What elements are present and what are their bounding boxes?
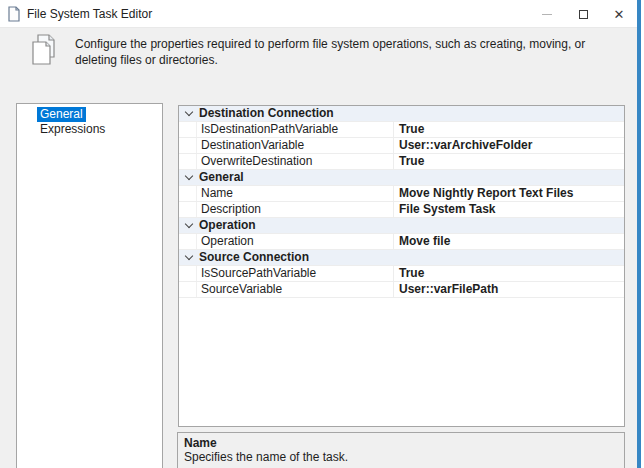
help-description: Specifies the name of the task. (184, 450, 618, 464)
category-label: General (199, 170, 244, 185)
property-row[interactable]: NameMove Nightly Report Text Files (179, 186, 624, 202)
row-indent (179, 282, 197, 297)
property-value[interactable]: True (394, 266, 624, 281)
file-system-task-editor-dialog: File System Task Editor ✕ (0, 0, 644, 468)
property-name: Name (197, 186, 394, 201)
property-name: OverwriteDestination (197, 154, 394, 169)
row-indent (179, 186, 197, 201)
title-bar[interactable]: File System Task Editor ✕ (0, 0, 637, 28)
property-name: IsSourcePathVariable (197, 266, 394, 281)
dialog-header: Configure the properties required to per… (0, 28, 637, 94)
row-indent (179, 138, 197, 153)
property-value[interactable]: User::varFilePath (394, 282, 624, 297)
property-row[interactable]: SourceVariableUser::varFilePath (179, 282, 624, 298)
chevron-down-icon[interactable] (185, 252, 193, 260)
sidebar-item-expressions[interactable]: Expressions (37, 122, 108, 137)
dialog-description: Configure the properties required to per… (75, 36, 610, 68)
row-indent (179, 234, 197, 249)
property-row[interactable]: IsDestinationPathVariableTrue (179, 122, 624, 138)
maximize-icon (579, 10, 588, 19)
documents-copy-icon (30, 34, 57, 69)
property-row[interactable]: IsSourcePathVariableTrue (179, 266, 624, 282)
property-grid[interactable]: Destination ConnectionIsDestinationPathV… (178, 105, 625, 427)
property-value[interactable]: True (394, 154, 624, 169)
maximize-button[interactable] (565, 0, 601, 28)
property-row[interactable]: OverwriteDestinationTrue (179, 154, 624, 170)
category-label: Source Connection (199, 250, 309, 265)
property-name: Operation (197, 234, 394, 249)
property-name: DestinationVariable (197, 138, 394, 153)
row-indent (179, 154, 197, 169)
chevron-down-icon[interactable] (185, 108, 193, 116)
category-row[interactable]: Destination Connection (179, 106, 624, 122)
row-indent (179, 122, 197, 137)
category-label: Operation (199, 218, 256, 233)
row-indent (179, 202, 197, 217)
row-indent (179, 266, 197, 281)
close-button[interactable]: ✕ (601, 0, 637, 28)
chevron-down-icon[interactable] (185, 172, 193, 180)
property-value[interactable]: Move file (394, 234, 624, 249)
property-name: Description (197, 202, 394, 217)
property-value[interactable]: Move Nightly Report Text Files (394, 186, 624, 201)
property-grid-rows: Destination ConnectionIsDestinationPathV… (179, 106, 624, 298)
property-value[interactable]: File System Task (394, 202, 624, 217)
property-value[interactable]: User::varArchiveFolder (394, 138, 624, 153)
category-label: Destination Connection (199, 106, 334, 121)
minimize-icon (542, 14, 552, 15)
sidebar-item-general[interactable]: General (37, 107, 86, 122)
chevron-down-icon[interactable] (185, 220, 193, 228)
window-accent-edge (637, 0, 641, 468)
property-name: SourceVariable (197, 282, 394, 297)
category-row[interactable]: General (179, 170, 624, 186)
property-row[interactable]: DescriptionFile System Task (179, 202, 624, 218)
minimize-button (529, 0, 565, 28)
document-icon (7, 6, 21, 22)
category-row[interactable]: Source Connection (179, 250, 624, 266)
sidebar-list[interactable]: GeneralExpressions (16, 103, 163, 468)
property-row[interactable]: OperationMove file (179, 234, 624, 250)
window-body: File System Task Editor ✕ (0, 0, 637, 468)
close-icon: ✕ (614, 8, 625, 21)
help-title: Name (184, 436, 618, 450)
property-help-panel: Name Specifies the name of the task. (177, 432, 625, 468)
window-title: File System Task Editor (27, 7, 152, 21)
property-row[interactable]: DestinationVariableUser::varArchiveFolde… (179, 138, 624, 154)
category-row[interactable]: Operation (179, 218, 624, 234)
property-name: IsDestinationPathVariable (197, 122, 394, 137)
property-value[interactable]: True (394, 122, 624, 137)
